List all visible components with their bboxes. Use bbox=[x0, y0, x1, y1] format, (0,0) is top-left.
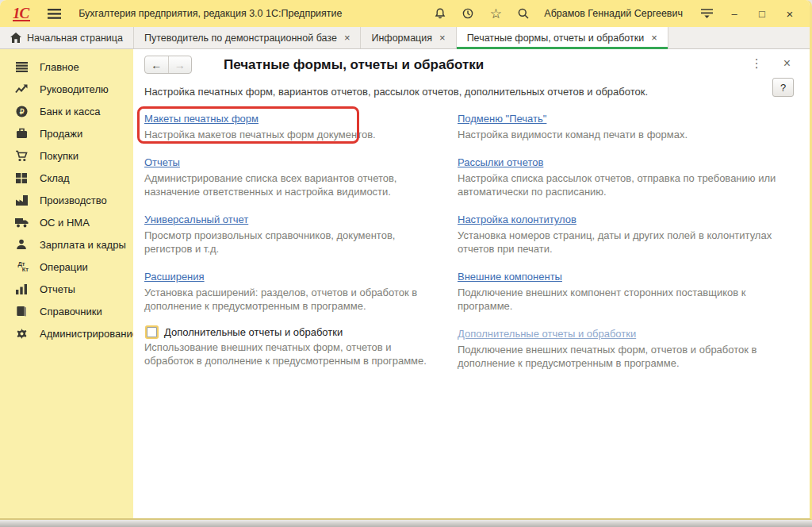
maximize-button[interactable]: □ bbox=[752, 4, 772, 23]
titlebar-actions: ☆ Абрамов Геннадий Сергеевич – □ × bbox=[430, 4, 800, 23]
sidebar-item-main[interactable]: Главное bbox=[0, 56, 133, 78]
close-tab-icon[interactable]: × bbox=[439, 32, 446, 44]
sidebar-item-sales[interactable]: Продажи bbox=[0, 122, 133, 144]
service-settings-button[interactable] bbox=[696, 4, 717, 23]
group-reports: Отчеты Администрирование списка всех вар… bbox=[144, 155, 450, 198]
group-additional-reports-link: Дополнительные отчеты и обработки Подклю… bbox=[458, 326, 789, 370]
link-description: Настройка видимости команд печати в форм… bbox=[458, 128, 781, 141]
history-button[interactable] bbox=[458, 4, 478, 23]
desktop-strip bbox=[0, 520, 812, 527]
link-description: Установка расширений: разделов, отчетов … bbox=[144, 286, 439, 313]
sidebar-item-fixed-assets[interactable]: ОС и НМА bbox=[0, 211, 133, 233]
current-user[interactable]: Абрамов Геннадий Сергеевич bbox=[544, 8, 683, 19]
link-description: Администрирование списка всех вариантов … bbox=[144, 171, 439, 198]
group-external-components: Внешние компоненты Подключение внешних к… bbox=[458, 269, 789, 313]
link-description: Настройка списка рассылок отчетов, отпра… bbox=[458, 171, 781, 198]
app-window: 1С Бухгалтерия предприятия, редакция 3.0… bbox=[0, 0, 812, 520]
tab-information[interactable]: Информация × bbox=[361, 27, 456, 48]
section-sidebar: Главное Руководителю ₽ Банк и касса Прод… bbox=[0, 49, 133, 519]
group-print-form-layouts: Макеты печатных форм Настройка макетов п… bbox=[144, 111, 450, 141]
search-icon bbox=[517, 7, 530, 20]
forward-button[interactable]: → bbox=[169, 56, 192, 73]
group-headers-footers: Настройка колонтитулов Установка номеров… bbox=[458, 212, 789, 256]
group-print-submenu: Подменю "Печать" Настройка видимости ком… bbox=[458, 111, 789, 141]
favorites-button[interactable]: ☆ bbox=[485, 4, 506, 23]
tab-print-forms[interactable]: Печатные формы, отчеты и обработки × bbox=[457, 27, 668, 48]
help-button[interactable]: ? bbox=[772, 78, 794, 97]
1c-logo-icon: 1С bbox=[13, 6, 30, 21]
sidebar-item-operations[interactable]: ДтКт Операции bbox=[0, 256, 133, 278]
home-icon bbox=[10, 33, 21, 43]
tab-demo-guide[interactable]: Путеводитель по демонстрационной базе × bbox=[134, 27, 362, 48]
link-description: Настройка макетов печатных форм документ… bbox=[144, 128, 439, 141]
gear-icon bbox=[14, 328, 29, 340]
book-icon bbox=[14, 306, 29, 317]
search-button[interactable] bbox=[513, 4, 534, 23]
history-clock-icon bbox=[462, 7, 474, 20]
link-report-mailings[interactable]: Рассылки отчетов bbox=[458, 156, 543, 168]
link-print-submenu[interactable]: Подменю "Печать" bbox=[458, 113, 546, 125]
warehouse-grid-icon bbox=[14, 173, 29, 183]
link-description: Подключение внешних печатных форм, отчет… bbox=[458, 343, 781, 370]
close-tab-icon[interactable]: × bbox=[344, 32, 350, 44]
sidebar-item-directories[interactable]: Справочники bbox=[0, 300, 133, 322]
svg-text:₽: ₽ bbox=[19, 107, 24, 115]
group-additional-reports-checkbox: Дополнительные отчеты и обработки Исполь… bbox=[144, 326, 450, 370]
factory-icon bbox=[14, 195, 29, 206]
bell-icon bbox=[434, 7, 446, 20]
link-reports[interactable]: Отчеты bbox=[144, 156, 180, 168]
star-icon: ☆ bbox=[490, 6, 502, 22]
link-headers-footers[interactable]: Настройка колонтитулов bbox=[458, 213, 576, 225]
trend-chart-icon bbox=[14, 83, 29, 94]
bar-chart-icon bbox=[14, 284, 29, 294]
sidebar-item-payroll-hr[interactable]: Зарплата и кадры bbox=[0, 233, 133, 256]
tab-home[interactable]: Начальная страница bbox=[0, 27, 134, 48]
sidebar-item-reports[interactable]: Отчеты bbox=[0, 278, 133, 300]
link-description: Установка номеров страниц, даты и других… bbox=[458, 229, 781, 256]
minimize-button[interactable]: – bbox=[724, 4, 745, 23]
link-additional-reports[interactable]: Дополнительные отчеты и обработки bbox=[458, 328, 636, 340]
content-header: ← → Печатные формы, отчеты и обработки bbox=[144, 56, 810, 74]
notifications-button[interactable] bbox=[430, 4, 450, 23]
hamburger-icon bbox=[48, 9, 61, 19]
group-report-mailings: Рассылки отчетов Настройка списка рассыл… bbox=[458, 155, 789, 198]
ruble-circle-icon: ₽ bbox=[14, 106, 29, 117]
page-title: Печатные формы, отчеты и обработки bbox=[224, 57, 484, 73]
tab-bar: Начальная страница Путеводитель по демон… bbox=[0, 27, 810, 49]
link-extensions[interactable]: Расширения bbox=[144, 271, 205, 283]
back-button[interactable]: ← bbox=[145, 56, 169, 73]
link-description: Использование внешних печатных форм, отч… bbox=[144, 340, 439, 367]
close-panel-icon[interactable]: × bbox=[783, 56, 791, 71]
menu-lines-icon bbox=[14, 62, 29, 72]
page-subtitle: Настройка печатных форм, вариантов отчет… bbox=[144, 86, 648, 98]
close-window-button[interactable]: × bbox=[779, 4, 800, 23]
group-universal-report: Универсальный отчет Просмотр произвольны… bbox=[144, 212, 450, 256]
history-nav: ← → bbox=[144, 56, 192, 74]
sidebar-item-manager[interactable]: Руководителю bbox=[0, 78, 133, 100]
sidebar-item-warehouse[interactable]: Склад bbox=[0, 167, 133, 189]
more-menu-icon[interactable]: ⋮ bbox=[751, 56, 763, 71]
sidebar-item-administration[interactable]: Администрирование bbox=[0, 322, 133, 344]
settings-menu-icon bbox=[700, 8, 714, 19]
main-menu-button[interactable] bbox=[48, 9, 61, 19]
link-description: Просмотр произвольных справочников, доку… bbox=[144, 229, 439, 256]
content-panel: ⋮ × ← → Печатные формы, отчеты и обработ… bbox=[133, 49, 810, 519]
checkbox-label: Дополнительные отчеты и обработки bbox=[164, 326, 343, 338]
title-bar: 1С Бухгалтерия предприятия, редакция 3.0… bbox=[0, 0, 810, 27]
link-universal-report[interactable]: Универсальный отчет bbox=[144, 213, 248, 225]
link-external-components[interactable]: Внешние компоненты bbox=[458, 271, 562, 283]
additional-reports-checkbox[interactable] bbox=[147, 327, 157, 337]
link-description: Подключение внешних компонент сторонних … bbox=[458, 286, 781, 313]
panel-actions: ⋮ × bbox=[751, 56, 791, 71]
link-print-form-layouts[interactable]: Макеты печатных форм bbox=[144, 113, 259, 125]
sidebar-item-purchases[interactable]: Покупки bbox=[0, 144, 133, 167]
sidebar-item-bank-cash[interactable]: ₽ Банк и касса bbox=[0, 100, 133, 122]
dt-kt-icon: ДтКт bbox=[14, 261, 29, 272]
window-title: Бухгалтерия предприятия, редакция 3.0 1С… bbox=[79, 8, 342, 19]
truck-icon bbox=[14, 217, 29, 228]
close-tab-icon[interactable]: × bbox=[651, 32, 657, 44]
settings-links: Макеты печатных форм Настройка макетов п… bbox=[144, 111, 810, 370]
briefcase-icon bbox=[14, 128, 29, 139]
group-extensions: Расширения Установка расширений: раздело… bbox=[144, 269, 450, 313]
sidebar-item-production[interactable]: Производство bbox=[0, 189, 133, 211]
